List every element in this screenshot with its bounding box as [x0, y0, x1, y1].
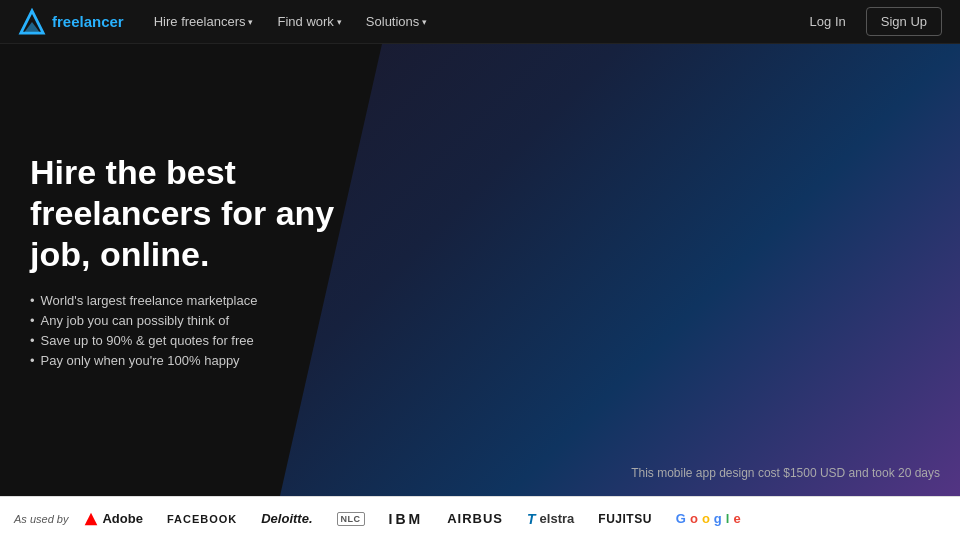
hero-section: Hire the best freelancers for any job, o…	[0, 44, 960, 496]
hire-freelancers-menu[interactable]: Hire freelancers ▾	[144, 8, 264, 35]
bullet-1: World's largest freelance marketplace	[30, 293, 350, 308]
chevron-down-icon: ▾	[422, 17, 427, 27]
login-button[interactable]: Log In	[800, 8, 856, 35]
nav-auth: Log In Sign Up	[800, 7, 942, 36]
logo-icon	[18, 8, 46, 36]
brand-telstra: T elstra	[527, 511, 574, 527]
adobe-icon	[84, 512, 98, 526]
chevron-down-icon: ▾	[337, 17, 342, 27]
hero-background	[280, 44, 960, 496]
brand-adobe: Adobe	[84, 511, 142, 526]
brands-list: Adobe FACEBOOK Deloitte. NLC IBM AIRBUS …	[84, 511, 946, 527]
hero-title: Hire the best freelancers for any job, o…	[30, 152, 350, 274]
hero-note: This mobile app design cost $1500 USD an…	[631, 466, 940, 480]
solutions-menu[interactable]: Solutions ▾	[356, 8, 437, 35]
bullet-3: Save up to 90% & get quotes for free	[30, 333, 350, 348]
hero-content: Hire the best freelancers for any job, o…	[30, 152, 350, 387]
chevron-down-icon: ▾	[248, 17, 253, 27]
brand-fujitsu: FUJITSU	[598, 512, 652, 526]
logo-link[interactable]: freelancer	[18, 8, 124, 36]
navbar: freelancer Hire freelancers ▾ Find work …	[0, 0, 960, 44]
nav-links: Hire freelancers ▾ Find work ▾ Solutions…	[144, 8, 800, 35]
brand-nlc: NLC	[337, 512, 365, 526]
signup-button[interactable]: Sign Up	[866, 7, 942, 36]
bullet-4: Pay only when you're 100% happy	[30, 353, 350, 368]
brand-airbus: AIRBUS	[447, 511, 503, 526]
hero-bullets: World's largest freelance marketplace An…	[30, 293, 350, 368]
brands-bar: As used by Adobe FACEBOOK Deloitte. NLC …	[0, 496, 960, 540]
svg-marker-2	[85, 512, 98, 525]
brands-label: As used by	[14, 513, 68, 525]
find-work-menu[interactable]: Find work ▾	[267, 8, 351, 35]
logo-text: freelancer	[52, 13, 124, 30]
bullet-2: Any job you can possibly think of	[30, 313, 350, 328]
brand-deloitte: Deloitte.	[261, 511, 312, 526]
brand-google: Google	[676, 511, 741, 526]
brand-facebook: FACEBOOK	[167, 513, 237, 525]
brand-ibm: IBM	[389, 511, 424, 527]
